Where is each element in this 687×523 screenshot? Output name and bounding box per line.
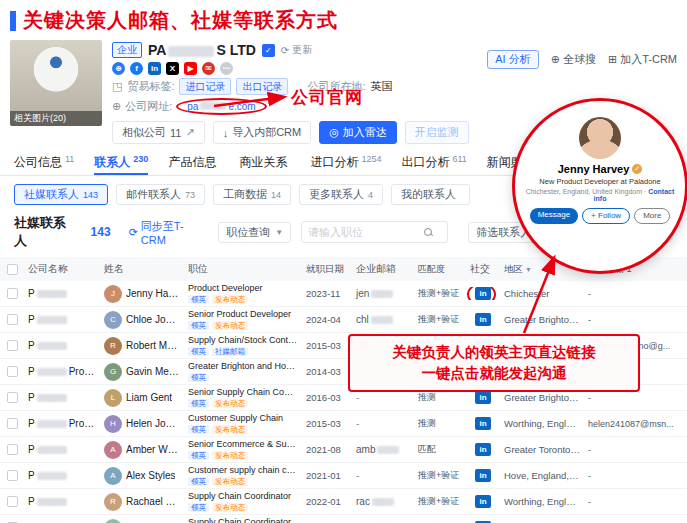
website-label: 公司网址: xyxy=(125,99,172,114)
tab-export-analysis[interactable]: 出口分析611 xyxy=(401,154,466,175)
start-monitor-button[interactable]: 开启监测 xyxy=(405,121,469,144)
join-tcrm-button[interactable]: ⊞加入T-CRM xyxy=(608,52,677,67)
trade-tag-import[interactable]: 进口记录 xyxy=(179,78,231,95)
more-button[interactable]: More xyxy=(634,208,670,224)
more-social-icon[interactable]: ⋯ xyxy=(220,62,233,75)
message-button[interactable]: Message xyxy=(530,208,578,224)
sync-tcrm-button[interactable]: ⟳同步至T-CRM xyxy=(129,219,209,246)
cell-region: Hove, England, Un... xyxy=(500,470,584,481)
cell-email: rac xyxy=(352,496,414,507)
refresh-button[interactable]: ⟳更新 xyxy=(281,43,312,57)
cell-company: P xyxy=(24,444,100,455)
cell-region: Worthing, England,... xyxy=(500,418,584,429)
company-mask xyxy=(37,498,67,506)
trade-tag-export[interactable]: 出口记录 xyxy=(236,78,288,95)
follow-button[interactable]: + Follow xyxy=(582,208,630,224)
import-crm-button[interactable]: ↓导入内部CRM xyxy=(213,121,312,144)
global-search-button[interactable]: ⊕全球搜 xyxy=(551,52,596,67)
x-twitter-icon[interactable]: X xyxy=(166,62,179,75)
tab-business-relations[interactable]: 商业关系 xyxy=(239,154,290,175)
table-row[interactable]: P CChloe Jones Senior Product Developer领… xyxy=(0,307,687,333)
join-radar-button[interactable]: ◎加入雷达 xyxy=(319,121,397,144)
cell-position: Senior Ecommerce & Supply Cha...领英发布动态 xyxy=(184,439,302,459)
section-title: 社媒联系人 xyxy=(14,214,79,250)
email-icon[interactable]: ✉ xyxy=(202,62,215,75)
position-query-dropdown[interactable]: 职位查询▼ xyxy=(218,222,291,243)
cell-social: in xyxy=(466,417,500,430)
verified-badge-icon: ✓ xyxy=(632,164,642,174)
row-checkbox[interactable] xyxy=(7,288,18,299)
linkedin-profile-icon[interactable]: in xyxy=(475,391,491,404)
linkedin-profile-icon[interactable]: in xyxy=(475,469,491,482)
cell-name: AAlex Styles xyxy=(100,467,184,485)
company-website-link[interactable]: pae.com xyxy=(176,98,266,115)
cell-company: PProduc... xyxy=(24,366,100,377)
website-mask xyxy=(200,102,226,110)
cell-date: 2015-03 xyxy=(302,418,352,429)
cell-email: chl xyxy=(352,314,414,325)
cell-name: GGavin Meeks xyxy=(100,363,184,381)
cell-position: Senior Supply Chain Coordinator领英发布动态 xyxy=(184,387,302,407)
chip-my-contacts[interactable]: 我的联系人 xyxy=(391,184,470,205)
row-checkbox[interactable] xyxy=(7,366,18,377)
cell-position: Customer supply chain coordinator领英发布动态 xyxy=(184,465,302,485)
website-icon[interactable]: ⊕ xyxy=(112,62,125,75)
ai-analysis-button[interactable]: AI 分析 xyxy=(487,50,538,69)
youtube-icon[interactable]: ▶ xyxy=(184,62,197,75)
table-row[interactable]: P RRachael Kelly Supply Chain Coordinato… xyxy=(0,489,687,515)
chip-more-contacts[interactable]: 更多联系人4 xyxy=(299,184,383,205)
col-match: 匹配度 xyxy=(414,263,466,276)
linkedin-profile-icon[interactable]: in xyxy=(475,417,491,430)
cell-name: HHelen Johnstone xyxy=(100,415,184,433)
table-row[interactable]: PProduc... HHelen Johnstone Customer Sup… xyxy=(0,411,687,437)
contact-tag: 领英 xyxy=(188,451,209,460)
table-row[interactable]: P AAmber Whitty Senior Ecommerce & Suppl… xyxy=(0,437,687,463)
position-search-input[interactable] xyxy=(308,226,420,238)
filter-icon[interactable]: ▼ xyxy=(525,266,532,273)
cell-match: 推测+验证 xyxy=(414,495,466,508)
linkedin-icon[interactable]: in xyxy=(148,62,161,75)
cell-extra-email: - xyxy=(584,393,687,403)
col-email: 企业邮箱 xyxy=(352,262,414,276)
table-row[interactable]: P JJenny Harvey Product Developer领英发布动态 … xyxy=(0,281,687,307)
globe-icon: ⊕ xyxy=(551,53,560,66)
col-date: 就职日期 xyxy=(302,263,352,276)
top-utils: AI 分析 ⊕全球搜 ⊞加入T-CRM xyxy=(487,50,677,69)
cell-social: in xyxy=(466,469,500,482)
row-checkbox[interactable] xyxy=(7,340,18,351)
tab-products[interactable]: 产品信息 xyxy=(168,154,219,175)
tab-company-info[interactable]: 公司信息11 xyxy=(14,154,74,175)
facebook-icon[interactable]: f xyxy=(130,62,143,75)
row-checkbox[interactable] xyxy=(7,444,18,455)
cell-email: jen xyxy=(352,288,414,299)
similar-companies-button[interactable]: 相似公司11↗ xyxy=(112,121,205,144)
row-checkbox[interactable] xyxy=(7,392,18,403)
linkedin-profile-icon[interactable]: in xyxy=(475,313,491,326)
photo-caption: 相关图片(20) xyxy=(10,111,102,126)
select-all-checkbox[interactable] xyxy=(7,264,18,275)
company-photo[interactable]: 相关图片(20) xyxy=(10,40,102,126)
row-checkbox[interactable] xyxy=(7,418,18,429)
table-row[interactable]: P AAlex Styles Customer supply chain coo… xyxy=(0,463,687,489)
globe-icon: ⊕ xyxy=(112,100,121,113)
linkedin-profile-icon[interactable]: in xyxy=(475,287,491,300)
chip-registry-data[interactable]: 工商数据14 xyxy=(213,184,291,205)
profile-name: Jenny Harvey xyxy=(558,163,630,175)
annotation-title: 关键决策人邮箱、社媒等联系方式 xyxy=(23,7,338,34)
cell-company: PProduc... xyxy=(24,418,100,429)
chip-email-contacts[interactable]: 邮件联系人73 xyxy=(116,184,205,205)
table-row[interactable]: P LLydia Colasurdo Supply Chain Coordina… xyxy=(0,515,687,523)
row-checkbox[interactable] xyxy=(7,496,18,507)
cell-match: 推测+验证 xyxy=(414,287,466,300)
company-mask xyxy=(37,290,67,298)
linkedin-profile-icon[interactable]: in xyxy=(475,495,491,508)
linkedin-profile-icon[interactable]: in xyxy=(475,443,491,456)
col-company: 公司名称 xyxy=(24,262,100,276)
email-mask xyxy=(371,316,393,324)
tab-contacts[interactable]: 联系人230 xyxy=(94,154,148,175)
row-checkbox[interactable] xyxy=(7,470,18,481)
chip-social-contacts[interactable]: 社媒联系人143 xyxy=(14,184,108,205)
tab-import-analysis[interactable]: 进口分析1254 xyxy=(310,154,381,175)
search-icon[interactable] xyxy=(424,228,433,237)
row-checkbox[interactable] xyxy=(7,314,18,325)
